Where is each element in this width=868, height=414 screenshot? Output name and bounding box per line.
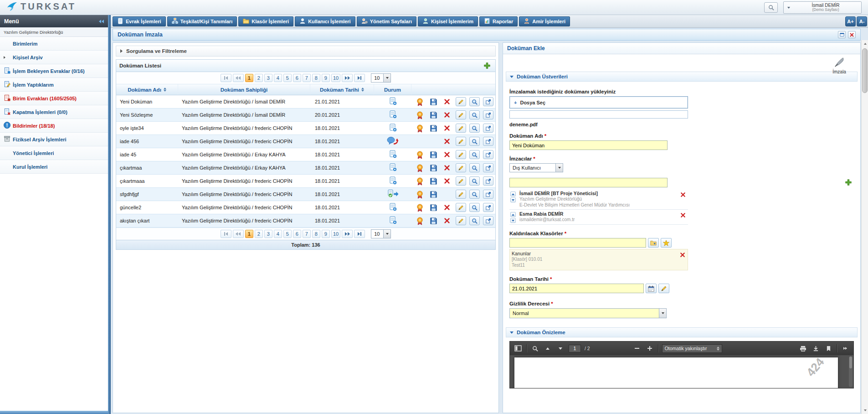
pager-page[interactable]: 2 xyxy=(255,74,263,82)
metadata-section-toggle[interactable]: Doküman Üstverileri xyxy=(506,72,858,82)
column-header-date[interactable]: Doküman Tarihi xyxy=(310,84,374,95)
pdf-page-input[interactable] xyxy=(569,345,581,352)
pager-page[interactable]: 5 xyxy=(283,74,292,82)
move-up-button[interactable] xyxy=(510,191,516,197)
view-button[interactable] xyxy=(467,136,481,147)
first-page-button[interactable] xyxy=(221,230,231,238)
table-row[interactable]: güncelle2 Yazılım Geliştirme Direktörlüğ… xyxy=(116,201,495,214)
delete-button[interactable] xyxy=(440,149,454,160)
view-button[interactable] xyxy=(467,109,481,120)
pager-page[interactable]: 3 xyxy=(264,230,272,238)
open-button[interactable] xyxy=(481,109,495,120)
remove-signer-button[interactable] xyxy=(679,191,687,208)
open-button[interactable] xyxy=(481,149,495,160)
save-button[interactable] xyxy=(426,176,440,186)
delete-button[interactable] xyxy=(440,96,454,107)
save-button[interactable] xyxy=(426,215,440,226)
download-icon[interactable] xyxy=(811,344,820,353)
edit-button[interactable] xyxy=(454,189,467,200)
pdf-canvas[interactable]: 424 xyxy=(510,355,853,388)
date-input[interactable] xyxy=(509,284,644,293)
move-down-button[interactable] xyxy=(510,218,516,223)
table-row[interactable]: akıştan çıkart Yazılım Geliştirme Direkt… xyxy=(116,214,495,228)
choose-file-button[interactable]: + Dosya Seç xyxy=(509,96,688,109)
first-page-button[interactable] xyxy=(221,74,231,82)
move-down-button[interactable] xyxy=(510,197,516,202)
restore-window-button[interactable] xyxy=(838,31,846,38)
open-button[interactable] xyxy=(481,96,495,107)
page-size-select[interactable]: 10 xyxy=(371,73,391,83)
signer-search-input[interactable] xyxy=(509,178,668,187)
table-row[interactable]: iade 45 Yazılım Geliştirme Direktörlüğü … xyxy=(116,148,495,161)
pager-page[interactable]: 7 xyxy=(303,74,311,82)
user-menu[interactable]: İsmail DEMİR (Demo Sayfası) xyxy=(783,1,862,14)
edit-button[interactable] xyxy=(454,136,467,147)
page-size-select[interactable]: 10 xyxy=(371,229,391,238)
table-row[interactable]: sfgdhfjgf Yazılım Geliştirme Direktörlüğ… xyxy=(116,188,495,201)
sign-button[interactable] xyxy=(413,96,426,107)
next-page-button[interactable] xyxy=(342,230,353,238)
edit-button[interactable] xyxy=(454,96,467,107)
remove-signer-button[interactable] xyxy=(679,211,687,223)
sidebar-toggle-icon[interactable] xyxy=(514,344,523,353)
scroll-up-button[interactable] xyxy=(862,40,868,47)
font-decrease-button[interactable]: A- xyxy=(857,16,867,26)
pager-page[interactable]: 5 xyxy=(283,230,292,238)
scroll-down-button[interactable] xyxy=(862,407,868,414)
pager-page[interactable]: 7 xyxy=(303,230,311,238)
open-button[interactable] xyxy=(481,162,495,173)
view-button[interactable] xyxy=(467,176,481,186)
open-button[interactable] xyxy=(481,215,495,226)
sign-button[interactable] xyxy=(413,189,426,200)
add-signer-button[interactable] xyxy=(843,177,854,188)
view-button[interactable] xyxy=(467,189,481,200)
edit-button[interactable] xyxy=(454,162,467,173)
collapse-sidebar-button[interactable] xyxy=(99,20,104,23)
signer-type-select[interactable]: Dış Kullanıcı xyxy=(509,163,563,172)
table-row[interactable]: çıkartmaaa Yazılım Geliştirme Direktörlü… xyxy=(116,175,495,188)
table-row[interactable]: Yeni Doküman Yazılım Geliştirme Direktör… xyxy=(116,95,495,109)
view-button[interactable] xyxy=(467,123,481,134)
nav-button[interactable]: Raporlar xyxy=(479,16,518,26)
delete-button[interactable] xyxy=(440,215,454,226)
delete-button[interactable] xyxy=(440,202,454,213)
bookmark-icon[interactable] xyxy=(824,344,833,353)
privacy-select[interactable]: Normal xyxy=(509,308,667,318)
close-window-button[interactable] xyxy=(848,31,856,38)
delete-button[interactable] xyxy=(440,176,454,186)
pager-page[interactable]: 2 xyxy=(255,230,263,238)
save-button[interactable] xyxy=(426,96,440,107)
zoom-in-icon[interactable] xyxy=(645,344,654,353)
view-button[interactable] xyxy=(467,149,481,160)
column-header-owner[interactable]: Doküman Sahipliği xyxy=(178,84,310,95)
pager-page[interactable]: 4 xyxy=(274,74,282,82)
vertical-scrollbar[interactable] xyxy=(861,40,868,414)
edit-button[interactable] xyxy=(454,215,467,226)
sidebar-item[interactable]: Kurul İşlemleri xyxy=(0,160,108,174)
prev-page-button[interactable] xyxy=(233,230,244,238)
sidebar-item[interactable]: Kapatma İşlemleri (0/0) xyxy=(0,105,108,119)
last-page-button[interactable] xyxy=(354,74,365,82)
nav-button[interactable]: Evrak İşlemleri xyxy=(113,16,166,26)
save-button[interactable] xyxy=(426,149,440,160)
nav-button[interactable]: Yönetim Sayfaları xyxy=(357,16,416,26)
view-button[interactable] xyxy=(467,96,481,107)
print-icon[interactable] xyxy=(798,344,807,353)
next-page-button[interactable] xyxy=(342,74,353,82)
filter-toggle[interactable]: Sorgulama ve Filtreleme xyxy=(116,46,496,57)
delete-button[interactable] xyxy=(440,109,454,120)
open-button[interactable] xyxy=(481,123,495,134)
nav-button[interactable]: Kişisel İşlemlerim xyxy=(418,16,478,26)
prev-page-button[interactable] xyxy=(233,74,244,82)
open-button[interactable] xyxy=(481,202,495,213)
save-button[interactable] xyxy=(426,162,440,173)
pager-page[interactable]: 6 xyxy=(293,74,301,82)
find-icon[interactable] xyxy=(530,344,539,353)
save-button[interactable] xyxy=(426,189,440,200)
pager-page[interactable]: 4 xyxy=(274,230,282,238)
pager-page[interactable]: 10 xyxy=(331,230,340,238)
table-row[interactable]: çıkartmaa Yazılım Geliştirme Direktörlüğ… xyxy=(116,161,495,175)
last-page-button[interactable] xyxy=(354,230,365,238)
sidebar-item[interactable]: İşlem Bekleyen Evraklar (0/16) xyxy=(0,64,108,78)
pager-page[interactable]: 8 xyxy=(312,74,320,82)
